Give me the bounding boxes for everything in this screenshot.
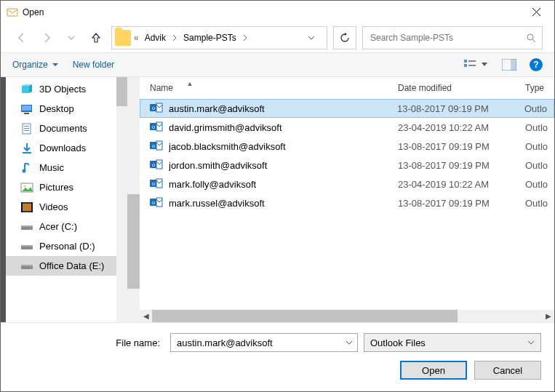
filename-input[interactable] <box>175 337 346 349</box>
svg-point-26 <box>30 228 31 229</box>
svg-point-17 <box>23 169 26 172</box>
open-button[interactable]: Open <box>400 361 467 380</box>
file-name: austin.mark@adviksoft <box>169 103 397 114</box>
horizontal-scrollbar[interactable]: ◀ ▶ <box>140 310 554 322</box>
svg-rect-4 <box>468 60 476 62</box>
svg-rect-10 <box>22 105 31 111</box>
sidebar-item-label: 3D Objects <box>39 84 86 95</box>
svg-rect-5 <box>468 65 476 66</box>
file-type: Outlo <box>525 179 554 190</box>
svg-rect-23 <box>31 202 33 212</box>
address-dropdown[interactable] <box>308 34 325 41</box>
svg-text:o: o <box>152 105 155 111</box>
sidebar-item-label: Acer (C:) <box>39 221 77 232</box>
recent-dropdown[interactable] <box>62 28 81 47</box>
forward-button[interactable] <box>37 28 56 47</box>
svg-point-1 <box>527 34 533 40</box>
3d-icon <box>20 84 33 95</box>
titlebar: Open <box>1 1 554 23</box>
file-row[interactable]: omark.russel@adviksoft13-08-2017 09:19 P… <box>140 193 554 212</box>
file-list-area: ▲ Name Date modified Type oaustin.mark@a… <box>140 77 554 322</box>
cancel-button[interactable]: Cancel <box>474 361 541 380</box>
breadcrumb-item[interactable]: Sample-PSTs <box>180 33 239 43</box>
preview-pane-button[interactable] <box>502 59 516 71</box>
cancel-button-label: Cancel <box>493 365 522 376</box>
sidebar: 3D ObjectsDesktopDocumentsDownloadsMusic… <box>6 77 127 322</box>
scroll-left-icon[interactable]: ◀ <box>140 310 152 322</box>
svg-rect-0 <box>7 9 17 16</box>
file-row[interactable]: omark.folly@adviksoft23-04-2019 10:22 AM… <box>140 175 554 193</box>
window-title: Open <box>23 7 519 17</box>
file-row[interactable]: ojacob.blacksmith@adviksoft13-08-2017 09… <box>140 137 554 156</box>
file-row[interactable]: oaustin.mark@adviksoft13-08-2017 09:19 P… <box>140 99 554 118</box>
pictures-icon <box>20 182 33 193</box>
nav-row: « Advik Sample-PSTs <box>1 23 554 52</box>
back-button[interactable] <box>12 28 31 47</box>
help-button[interactable]: ? <box>530 58 543 71</box>
file-list: oaustin.mark@adviksoft13-08-2017 09:19 P… <box>140 99 554 310</box>
filename-combo[interactable] <box>170 333 358 352</box>
col-type-header[interactable]: Type <box>525 83 544 93</box>
organize-menu[interactable]: Organize <box>12 60 58 70</box>
svg-rect-13 <box>24 126 29 127</box>
file-name: david.grimsmith@adviksoft <box>169 122 398 133</box>
sidebar-item[interactable]: Office Data (E:) <box>6 256 127 276</box>
sidebar-item[interactable]: Pictures <box>6 177 127 197</box>
splitter-scrollbar[interactable] <box>127 77 140 322</box>
sidebar-item[interactable]: Personal (D:) <box>6 236 127 256</box>
chevron-down-icon <box>527 339 535 346</box>
breadcrumb-item[interactable]: Advik <box>142 33 169 43</box>
toolbar: Organize New folder ? <box>1 52 554 77</box>
organize-label: Organize <box>12 60 48 70</box>
svg-text:o: o <box>152 180 155 187</box>
chevron-down-icon[interactable] <box>346 339 353 346</box>
file-row[interactable]: odavid.grimsmith@adviksoft23-04-2019 10:… <box>140 118 554 137</box>
svg-text:o: o <box>152 143 155 149</box>
scroll-right-icon[interactable]: ▶ <box>542 310 554 322</box>
filetype-combo[interactable]: Outlook Files <box>364 333 541 352</box>
chevron-down-icon <box>52 62 58 68</box>
file-type: Outlo <box>525 141 554 152</box>
file-date: 13-08-2017 09:19 PM <box>398 198 525 209</box>
file-type: Outlo <box>524 103 554 114</box>
view-mode-button[interactable] <box>464 59 489 71</box>
app-mail-icon <box>7 7 18 18</box>
sidebar-item-label: Documents <box>39 123 87 134</box>
sidebar-item-label: Personal (D:) <box>39 241 95 252</box>
file-row[interactable]: ojordon.smith@adviksoft13-08-2017 09:19 … <box>140 156 554 175</box>
search-input[interactable] <box>369 32 526 44</box>
up-button[interactable] <box>87 28 105 47</box>
svg-rect-16 <box>23 152 31 153</box>
open-button-label: Open <box>422 365 445 376</box>
col-date-header[interactable]: Date modified <box>398 83 452 93</box>
close-button[interactable] <box>519 1 553 23</box>
sidebar-item[interactable]: Acer (C:) <box>6 217 127 236</box>
address-bar[interactable]: « Advik Sample-PSTs <box>111 26 327 49</box>
filetype-value: Outlook Files <box>370 337 527 348</box>
svg-text:o: o <box>152 199 155 206</box>
drive-icon <box>20 241 33 252</box>
sidebar-item[interactable]: 3D Objects <box>6 79 127 99</box>
svg-text:o: o <box>152 161 155 168</box>
sidebar-item[interactable]: Documents <box>6 119 127 138</box>
refresh-button[interactable] <box>333 26 356 49</box>
outlook-file-icon: o <box>150 102 163 115</box>
outlook-file-icon: o <box>150 121 163 134</box>
search-box[interactable] <box>362 26 543 49</box>
svg-rect-25 <box>21 225 33 227</box>
svg-rect-21 <box>23 204 31 211</box>
desktop-icon <box>20 103 33 115</box>
chevron-right-icon <box>242 34 248 41</box>
sidebar-item[interactable]: Desktop <box>6 99 127 119</box>
sidebar-item[interactable]: Videos <box>6 197 127 217</box>
new-folder-button[interactable]: New folder <box>73 60 114 70</box>
open-file-dialog: Open « Advik Sample-PSTs <box>0 0 555 392</box>
outlook-file-icon: o <box>150 140 163 153</box>
sidebar-item[interactable]: Music <box>6 158 127 177</box>
sidebar-scrollbar[interactable] <box>116 77 127 322</box>
search-icon <box>526 33 536 43</box>
sidebar-item[interactable]: Downloads <box>6 138 127 158</box>
file-date: 13-08-2017 09:19 PM <box>398 141 525 152</box>
svg-rect-15 <box>24 130 29 131</box>
folder-icon <box>115 30 131 46</box>
